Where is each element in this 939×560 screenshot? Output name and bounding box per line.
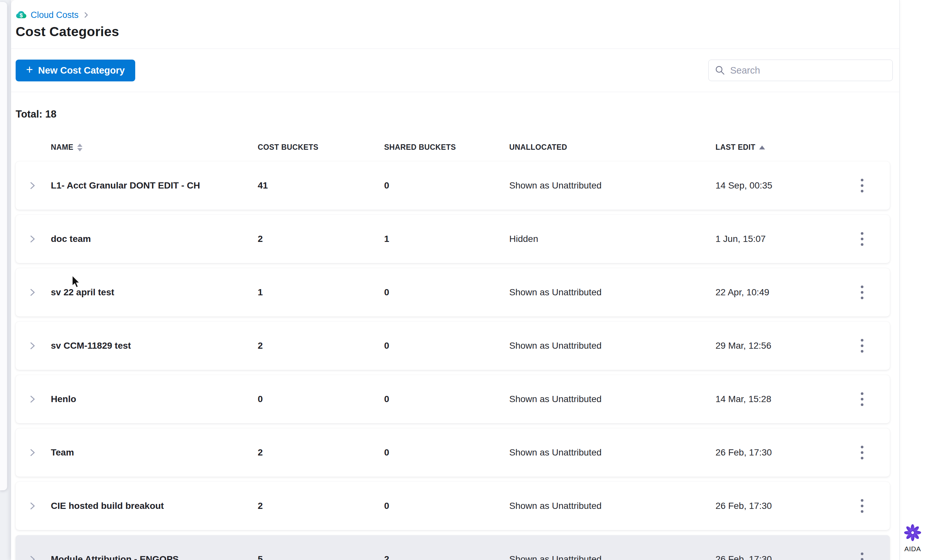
row-menu-kebab-icon[interactable] — [856, 336, 868, 356]
new-cost-category-button[interactable]: + New Cost Category — [15, 60, 135, 82]
shared-buckets-value: 0 — [384, 447, 509, 458]
search-icon — [715, 65, 725, 75]
last-edit-value: 1 Jun, 15:07 — [715, 234, 834, 244]
expand-chevron-right-icon[interactable] — [28, 555, 37, 560]
toolbar: + New Cost Category — [11, 49, 899, 92]
shared-buckets-value: 0 — [384, 501, 509, 511]
expand-chevron-right-icon[interactable] — [28, 395, 37, 403]
cost-buckets-value: 2 — [258, 234, 384, 244]
breadcrumb-chevron-icon — [82, 11, 89, 18]
cost-category-row[interactable]: CIE hosted build breakout 2 0 Shown as U… — [15, 482, 890, 530]
cost-category-name: Team — [51, 447, 258, 458]
content-area: Total: 18 NAME COST BUCKETS SHARED BUCKE… — [11, 92, 899, 560]
sort-both-icon — [77, 143, 82, 151]
shared-buckets-value: 0 — [384, 340, 509, 351]
row-menu-kebab-icon[interactable] — [856, 282, 868, 303]
column-header-last-edit[interactable]: LAST EDIT — [715, 143, 834, 152]
cost-category-name: Henlo — [51, 394, 258, 405]
row-menu-kebab-icon[interactable] — [856, 175, 868, 196]
shared-buckets-value: 0 — [384, 180, 509, 191]
new-cost-category-button-label: New Cost Category — [38, 65, 125, 76]
column-header-shared-buckets: SHARED BUCKETS — [384, 143, 509, 152]
svg-text:$: $ — [20, 12, 23, 18]
unallocated-value: Shown as Unattributed — [509, 287, 715, 298]
unallocated-value: Hidden — [509, 234, 715, 244]
total-count: Total: 18 — [15, 108, 899, 120]
expand-chevron-right-icon[interactable] — [28, 342, 37, 350]
cost-category-row[interactable]: sv CCM-11829 test 2 0 Shown as Unattribu… — [15, 322, 890, 370]
last-edit-value: 26 Feb, 17:30 — [715, 447, 834, 458]
expand-chevron-right-icon[interactable] — [28, 182, 37, 190]
unallocated-value: Shown as Unattributed — [509, 180, 715, 191]
unallocated-value: Shown as Unattributed — [509, 501, 715, 511]
expand-chevron-right-icon[interactable] — [28, 448, 37, 457]
cost-buckets-value: 41 — [258, 180, 384, 191]
breadcrumb-link-cloud-costs[interactable]: Cloud Costs — [31, 10, 79, 20]
main-panel: $ Cloud Costs Cost Categories + New Cost… — [11, 0, 900, 560]
row-menu-kebab-icon[interactable] — [856, 496, 868, 516]
search-box — [708, 60, 893, 81]
expand-chevron-right-icon[interactable] — [28, 502, 37, 510]
cost-category-name: Module Attribution - ENGOPS — [51, 554, 258, 560]
aida-label: AIDA — [895, 545, 931, 553]
cost-buckets-value: 2 — [258, 501, 384, 511]
shared-buckets-value: 0 — [384, 287, 509, 298]
row-menu-kebab-icon[interactable] — [856, 229, 868, 249]
cost-category-name: CIE hosted build breakout — [51, 501, 258, 511]
page-header: $ Cloud Costs Cost Categories — [11, 0, 899, 49]
shared-buckets-value: 0 — [384, 394, 509, 405]
cost-category-row[interactable]: Henlo 0 0 Shown as Unattributed 14 Mar, … — [15, 375, 890, 423]
cost-category-row[interactable]: doc team 2 1 Hidden 1 Jun, 15:07 — [15, 215, 890, 263]
expand-chevron-right-icon[interactable] — [28, 235, 37, 243]
column-header-cost-buckets: COST BUCKETS — [258, 143, 384, 152]
cost-buckets-value: 2 — [258, 447, 384, 458]
cost-category-row[interactable]: Module Attribution - ENGOPS 5 2 Shown as… — [15, 535, 890, 560]
row-menu-kebab-icon[interactable] — [856, 549, 868, 560]
cost-category-row[interactable]: L1- Acct Granular DONT EDIT - CH 41 0 Sh… — [15, 162, 890, 210]
last-edit-value: 26 Feb, 17:30 — [715, 554, 834, 560]
cloud-costs-icon: $ — [15, 9, 27, 20]
cost-buckets-value: 1 — [258, 287, 384, 298]
last-edit-value: 26 Feb, 17:30 — [715, 501, 834, 511]
column-header-unallocated: UNALLOCATED — [509, 143, 715, 152]
cost-buckets-value: 0 — [258, 394, 384, 405]
shared-buckets-value: 1 — [384, 234, 509, 244]
cost-buckets-value: 2 — [258, 340, 384, 351]
unallocated-value: Shown as Unattributed — [509, 554, 715, 560]
unallocated-value: Shown as Unattributed — [509, 394, 715, 405]
last-edit-value: 29 Mar, 12:56 — [715, 340, 834, 351]
cost-category-name: L1- Acct Granular DONT EDIT - CH — [51, 180, 258, 191]
last-edit-value: 14 Mar, 15:28 — [715, 394, 834, 405]
expand-chevron-right-icon[interactable] — [28, 288, 37, 297]
breadcrumb: $ Cloud Costs — [15, 9, 899, 21]
row-menu-kebab-icon[interactable] — [856, 443, 868, 463]
aida-logo-icon — [904, 523, 922, 542]
cost-category-name: sv CCM-11829 test — [51, 340, 258, 351]
last-edit-value: 14 Sep, 00:35 — [715, 180, 834, 191]
cost-category-name: sv 22 april test — [51, 287, 258, 298]
shared-buckets-value: 2 — [384, 554, 509, 560]
table-body: L1- Acct Granular DONT EDIT - CH 41 0 Sh… — [15, 162, 890, 560]
unallocated-value: Shown as Unattributed — [509, 340, 715, 351]
search-input[interactable] — [708, 60, 893, 81]
last-edit-value: 22 Apr, 10:49 — [715, 287, 834, 298]
cost-category-row[interactable]: sv 22 april test 1 0 Shown as Unattribut… — [15, 268, 890, 317]
plus-icon: + — [26, 64, 33, 75]
cost-buckets-value: 5 — [258, 554, 384, 560]
column-header-name[interactable]: NAME — [51, 143, 258, 152]
cost-category-row[interactable]: Team 2 0 Shown as Unattributed 26 Feb, 1… — [15, 428, 890, 477]
table-header: NAME COST BUCKETS SHARED BUCKETS UNALLOC… — [15, 143, 890, 152]
cost-category-name: doc team — [51, 234, 258, 244]
row-menu-kebab-icon[interactable] — [856, 389, 868, 409]
collapsed-nav-edge — [0, 2, 7, 490]
aida-assistant-button[interactable]: AIDA — [895, 523, 931, 553]
sort-ascending-icon — [759, 146, 765, 149]
unallocated-value: Shown as Unattributed — [509, 447, 715, 458]
page-title: Cost Categories — [15, 24, 899, 39]
